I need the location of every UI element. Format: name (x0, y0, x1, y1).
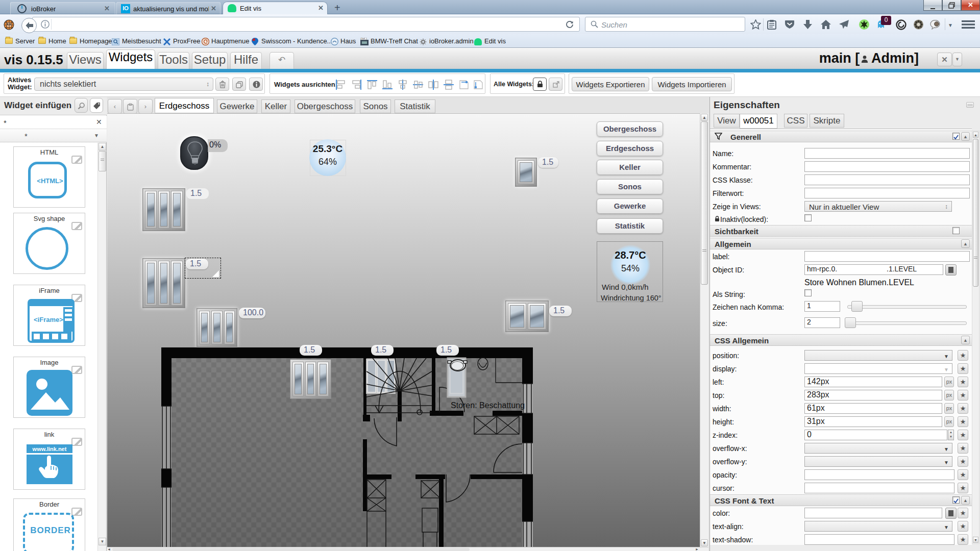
svg-text:<iFrame>: <iFrame> (34, 316, 63, 323)
svg-text:Treff: Treff (361, 38, 365, 40)
svg-text:Storen: Beschattung: Storen: Beschattung (451, 401, 525, 410)
svg-text:www.link.net: www.link.net (32, 446, 67, 452)
